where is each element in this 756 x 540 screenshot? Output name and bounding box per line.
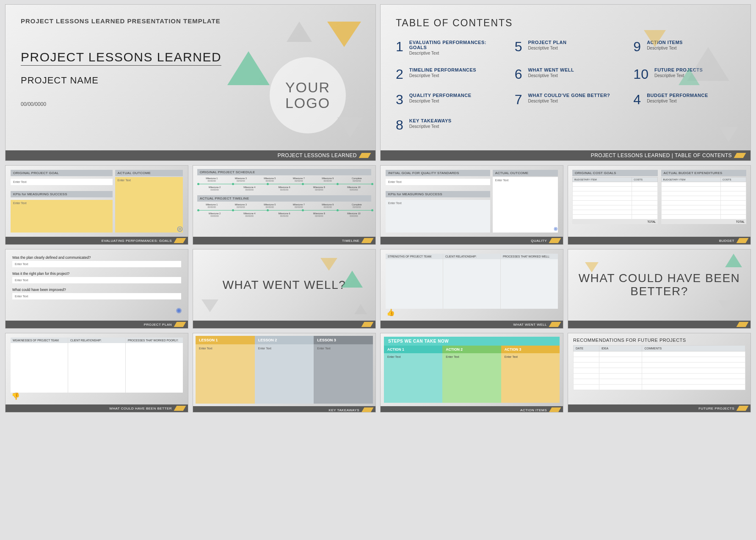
accent-stripe [549,322,561,327]
toc-item-desc: Descriptive Text [409,51,498,55]
col-date: DATE [574,346,599,352]
accent-stripe [737,238,749,243]
triangle-icon [585,262,599,272]
col-client: CLIENT RELATIONSHIP: [68,338,125,343]
accent-stripe [737,322,749,327]
toc-item-desc: Descriptive Text [647,99,708,103]
toc-item-desc: Descriptive Text [409,73,476,78]
footer-text: QUALITY [531,239,547,243]
slide-deck: PROJECT LESSONS LEARNED PRESENTATION TEM… [5,4,751,413]
quality-outcome-field[interactable]: Enter Text [493,177,558,233]
lesson-2-hdr: LESSON 2 [255,336,314,344]
action-2-txt[interactable]: Enter Text [442,353,501,403]
total-label: TOTAL [572,219,658,224]
slide-footer: ACTION ITEMS [381,406,563,413]
toc-item: 3QUALITY PERFORMANCEDescriptive Text [396,93,498,106]
accent-stripe [549,407,561,413]
toc-item-title: WHAT WENT WELL [528,67,574,72]
kpi-field[interactable]: Enter Text [11,200,113,233]
quality-kpi-field[interactable]: Enter Text [386,200,490,233]
weakness-table: WEAKNESSES OF PROJECT TEAM: CLIENT RELAT… [11,338,183,393]
footer-text: PROJECT LESSONS LEARNED | TABLE OF CONTE… [591,152,732,158]
schedule-timeline: Milestone 100/00/00Milestone 300/00/00Mi… [197,177,371,191]
big-question: WHAT WENT WELL? [223,279,346,292]
toc-item-title: BUDGET PERFORMANCE [647,93,708,98]
toc-number: 8 [396,118,403,132]
lesson-2-txt[interactable]: Enter Text [255,344,314,404]
actual-timeline: Milestone 100/00/00Milestone 300/00/00Mi… [197,203,371,217]
toc-item-title: EVALUATING PERFORMANCES: GOALS [409,40,498,50]
toc-number: 7 [515,93,522,106]
cost-goals-table: BUDGETARY ITEMCOSTS [572,177,658,219]
toc-item-title: WHAT COULD'VE GONE BETTER? [528,93,610,98]
action-3-txt[interactable]: Enter Text [501,353,560,403]
slide-footer: TIMELINE [193,237,375,244]
toc-number: 9 [633,40,641,55]
col-idea: IDEA [599,346,642,352]
answer-2[interactable]: Enter Text [12,277,181,283]
strengths-table: STRENGTHS OF PROJECT TEAM: CLIENT RELATI… [386,254,558,309]
thumbs-down-icon: 👎 [11,392,20,400]
lightbulb-icon: ✺ [176,306,182,316]
lesson-1-hdr: LESSON 1 [196,336,255,344]
goal-field[interactable]: Enter Text [11,179,113,185]
slide-footer [568,321,750,328]
slide-footer: KEY TAKEAWAYS [193,406,375,413]
toc-item-desc: Descriptive Text [409,99,472,103]
slide-footer: PROJECT PLAN [6,321,188,328]
lesson-3-txt[interactable]: Enter Text [314,344,373,404]
action-1-hdr: ACTION 1 [384,346,442,353]
accent-stripe [734,153,746,158]
outcome-header: ACTUAL OUTCOME [115,170,183,176]
col-comments: COMMENTS [642,346,745,352]
toc-item-desc: Descriptive Text [528,46,566,50]
accent-stripe [361,407,374,413]
col-processes: PROCESSES THAT WORKED WELL: [501,254,558,259]
balloon-icon: ⎈ [554,225,558,233]
answer-3[interactable]: Enter Text [12,293,181,299]
toc-number: 5 [515,40,522,55]
quality-goal-field[interactable]: Enter Text [386,179,490,185]
accent-stripe [737,406,749,411]
slide-budget: ORIGINAL COST GOALS BUDGETARY ITEMCOSTS … [568,165,751,245]
answer-1[interactable]: Enter Text [12,261,181,267]
total-label: TOTAL [661,219,747,224]
triangle-icon [327,22,361,47]
thumbs-up-icon: 👍 [386,308,395,316]
lessons-columns: LESSON 1Enter Text LESSON 2Enter Text LE… [196,336,373,404]
lesson-1-txt[interactable]: Enter Text [196,344,255,404]
footer-text: ACTION ITEMS [520,408,547,412]
toc-number: 6 [515,67,522,81]
footer-text: WHAT COULD HAVE BEEN BETTER [109,407,172,410]
triangle-icon [287,22,312,42]
accent-stripe [174,322,186,327]
triangle-icon [718,300,734,312]
question-1: Was the plan clearly defined and communi… [12,255,181,260]
accent-stripe [359,153,371,158]
recommendations-title: RECOMMENDATIONS FOR FUTURE PROJECTS [573,338,745,343]
triangle-icon [320,258,337,271]
slide-toc: TABLE OF CONTENTS 1EVALUATING PERFORMANC… [380,4,751,161]
outcome-field[interactable]: Enter Text [115,177,183,233]
slide-title: PROJECT LESSONS LEARNED PRESENTATION TEM… [5,4,376,161]
slide-footer: EVALUATING PERFORMANCES: GOALS [6,237,188,244]
triangle-icon [354,304,367,314]
slide-quality: INITIAL GOAL FOR QUALITY STANDARDS Enter… [380,165,563,245]
toc-item: 9ACTION ITEMSDescriptive Text [633,40,735,55]
cost-goals-header: ORIGINAL COST GOALS [572,170,658,176]
slide-footer: QUALITY [381,237,563,244]
accent-stripe [361,238,374,243]
triangle-icon [337,117,363,138]
toc-number: 2 [396,67,403,81]
footer-text: EVALUATING PERFORMANCES: GOALS [102,239,172,243]
toc-number: 4 [633,93,641,106]
slide-project-plan: Was the plan clearly defined and communi… [5,249,188,329]
page-title: PROJECT LESSONS LEARNED [21,50,221,66]
slide-footer: FUTURE PROJECTS [568,404,750,412]
slide-footer: WHAT COULD HAVE BEEN BETTER [6,404,188,412]
toc-item: 4BUDGET PERFORMANCEDescriptive Text [633,93,735,106]
target-icon: ◎ [177,224,183,233]
action-1-txt[interactable]: Enter Text [384,353,442,403]
footer-text: WHAT WENT WELL [513,323,547,327]
toc-item: 1EVALUATING PERFORMANCES: GOALSDescripti… [396,40,498,55]
